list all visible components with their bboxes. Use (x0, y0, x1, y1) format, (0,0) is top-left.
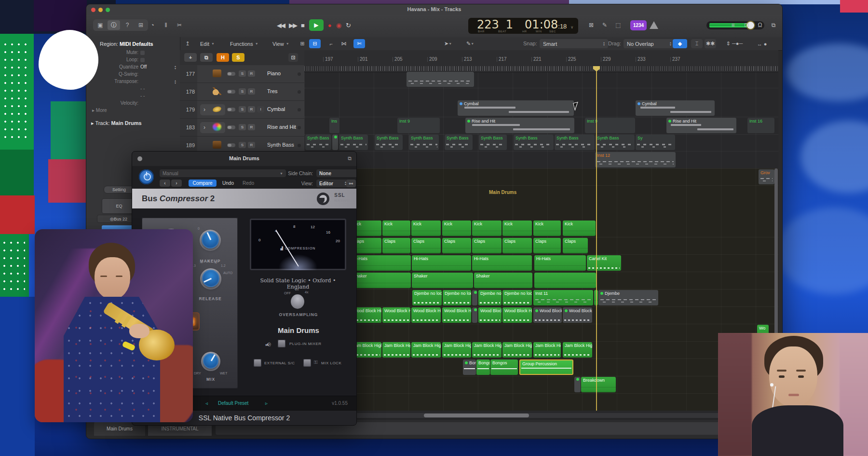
undo-button[interactable]: Undo (218, 180, 238, 187)
prev-preset-button[interactable]: ‹ (160, 180, 170, 187)
region-synth-bass[interactable]: Synth Bass (555, 135, 595, 150)
region-unnamed[interactable] (534, 273, 596, 288)
add-track-button[interactable]: + (184, 53, 197, 62)
track-row-179[interactable]: 179›SRICymbal (180, 101, 304, 119)
view-menu[interactable]: View▼ (272, 40, 289, 48)
region-synth-bass[interactable]: Synth Bass (305, 135, 331, 150)
next-preset-button[interactable]: › (171, 180, 182, 187)
region-wood-block-high[interactable]: Wood Block High (442, 307, 471, 323)
region-synth-bass[interactable]: Synth Bass (339, 135, 368, 150)
track-zoom-icon[interactable]: ⊡ (288, 53, 298, 62)
region-jam-block-high[interactable]: Jam Block High (472, 342, 502, 358)
pencil-tool-menu[interactable]: ✎ ▼ (461, 39, 480, 48)
region-djembe[interactable]: Djembe (598, 290, 658, 305)
region-shaker[interactable]: Shaker (351, 273, 411, 288)
region-jam-block-high[interactable]: Jam Block High (533, 342, 561, 358)
region-claps[interactable]: Claps (502, 238, 532, 253)
region-inst-9[interactable]: Inst 9 (397, 118, 440, 133)
region-kick[interactable]: Kick (502, 221, 532, 236)
list-editors-icon[interactable]: ≡ (727, 20, 739, 30)
region-jam-block-high[interactable]: Jam Block High (411, 342, 441, 358)
inspector-row[interactable]: - - (86, 93, 180, 100)
capture-record-icon[interactable]: ◉ (336, 22, 341, 29)
region-group-percussion[interactable]: Group Percussion (519, 359, 573, 375)
track-solo-button[interactable]: S (239, 88, 246, 95)
region-djembe-no-loc[interactable]: Djembe no loc (443, 290, 471, 305)
sidechain-selector[interactable]: None▴▾ (316, 169, 357, 177)
region-unnamed[interactable] (472, 290, 477, 305)
region-grov[interactable]: Grov (759, 169, 774, 184)
loop-tool-icon[interactable]: ⋈ (338, 39, 350, 48)
channel-setting-button[interactable]: Setting (104, 186, 135, 193)
mix-knob[interactable] (203, 353, 218, 369)
region-unnamed[interactable] (332, 135, 338, 150)
vertical-zoom-slider[interactable]: ⇕ ─●─ (721, 39, 748, 48)
inspector-row[interactable]: QuantizeOff▴▾ (86, 64, 180, 71)
track-row-178[interactable]: 178SRTres (180, 83, 304, 101)
region-synth-bass[interactable]: Synth Bass (445, 135, 473, 150)
inspector-row[interactable]: Velocity: (86, 100, 180, 108)
track-record-button[interactable]: R (248, 70, 255, 77)
region-inst-11[interactable]: Inst 11 (533, 290, 593, 305)
mix-lock-checkbox[interactable] (303, 359, 311, 367)
region-jam-block-high[interactable]: Jam Block High (382, 342, 410, 358)
region-inst-9[interactable]: Inst 9 (585, 118, 635, 133)
track-input-button[interactable]: I (257, 106, 264, 112)
track-record-button[interactable]: R (248, 106, 255, 112)
help-icon[interactable]: ? (121, 20, 134, 30)
region-wood-block-h[interactable]: Wood Block H (478, 307, 502, 323)
forward-button[interactable]: ▶▶ (289, 22, 297, 29)
region-djembe-no-loc[interactable]: Djembe no loc (412, 290, 442, 305)
region-cartel-kit[interactable]: Cartel Kit (587, 255, 621, 271)
glue-tool-icon[interactable]: ⌐ (326, 39, 337, 48)
checkbox[interactable] (140, 58, 145, 62)
horizontal-scrollbar-track[interactable] (304, 413, 778, 418)
mixer-icon[interactable]: ⫴ (160, 20, 172, 30)
region-kick[interactable]: Kick (382, 221, 410, 236)
quick-help-icon[interactable]: ▣ (94, 20, 107, 30)
preset-prev-icon[interactable]: ◃ (205, 401, 208, 406)
region-unnamed[interactable] (574, 377, 581, 392)
region-wood-block-high[interactable]: Wood Block High (502, 307, 532, 323)
playhead[interactable] (596, 66, 597, 411)
region-kick[interactable]: Kick (411, 221, 441, 236)
pencil-icon[interactable]: ✎ (598, 20, 611, 30)
tracks-arrange-area[interactable]: 197201205209213217221225229233237 Cymbal… (304, 50, 778, 419)
preset-field[interactable]: Manual▼ (160, 169, 286, 177)
region-wood-block-hi[interactable]: Wood Block Hi (533, 307, 562, 323)
region-bong[interactable]: Bong (463, 359, 476, 375)
region-synth-bass[interactable]: Synth Bass (479, 135, 507, 150)
inspector-row[interactable]: Loop: (86, 57, 180, 64)
region-jam-block-high[interactable]: Jam Block High (563, 342, 592, 358)
loop-browser-icon[interactable]: Ω (754, 20, 766, 30)
catch-playhead-icon[interactable]: ↥ (182, 39, 193, 48)
drag-dropdown[interactable]: No Overlap▴▾ (624, 39, 675, 48)
region-hi-hats[interactable]: Hi-Hats (351, 255, 411, 271)
record-button[interactable]: ● (328, 22, 332, 29)
note-pads-icon[interactable]: ⊡ (740, 20, 753, 30)
track-record-button[interactable]: R (248, 124, 255, 130)
track-record-button[interactable]: R (248, 88, 255, 95)
region-cymbal[interactable]: Cymbal (458, 100, 574, 116)
region-synth-bass[interactable]: Synth Bass (375, 135, 403, 150)
makeup-knob[interactable] (202, 231, 219, 249)
redo-button[interactable]: Redo (239, 180, 258, 187)
solo-tracks-button[interactable]: S (232, 53, 244, 62)
plugin-expand-icon[interactable]: ⧉ (348, 155, 352, 162)
inspector-row[interactable]: Mute: (86, 50, 180, 57)
duplicate-track-button[interactable]: ⧉ (200, 53, 213, 62)
metronome-icon[interactable] (650, 21, 658, 29)
horizontal-zoom-slider[interactable]: ↔ ● (751, 39, 773, 48)
track-solo-button[interactable]: S (239, 106, 246, 112)
solo-mode-icon[interactable]: ⬚ (612, 20, 624, 30)
region-inst-12[interactable]: Inst 12 (595, 152, 676, 167)
region-unnamed[interactable] (407, 72, 474, 87)
track-onoff-toggle[interactable] (227, 108, 235, 111)
track-solo-button[interactable]: S (239, 70, 246, 77)
region-hi-hats[interactable]: Hi-Hats (472, 255, 532, 271)
region-ins[interactable]: Ins (329, 118, 339, 133)
track-onoff-toggle[interactable] (227, 72, 235, 76)
track-onoff-toggle[interactable] (227, 90, 235, 94)
pointer-tool-menu[interactable]: ➤ ▼ (438, 39, 458, 48)
region-claps[interactable]: Claps (533, 238, 561, 253)
